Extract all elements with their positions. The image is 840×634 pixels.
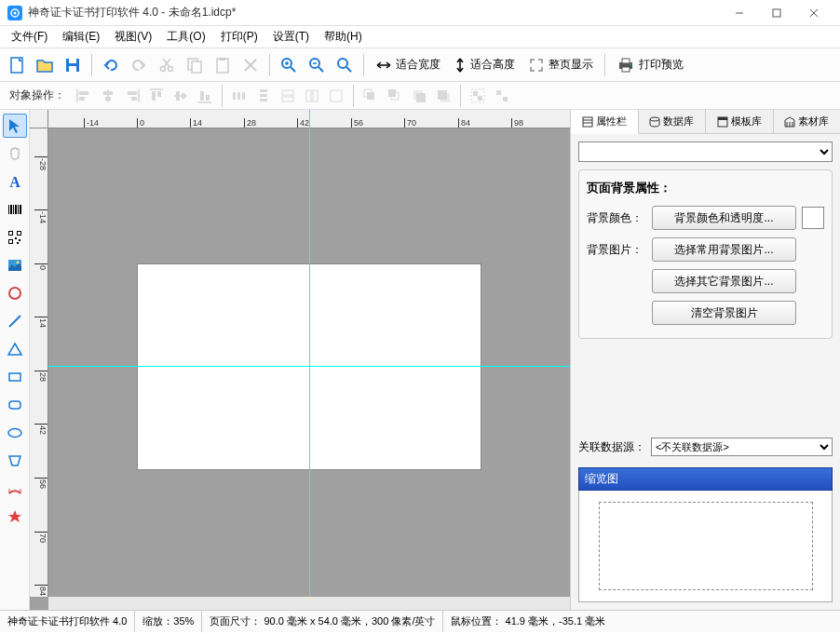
ruler-tick: 0 [137, 118, 144, 128]
cut-button[interactable] [154, 52, 180, 78]
menu-settings[interactable]: 设置(T) [265, 29, 317, 45]
svg-rect-63 [331, 90, 342, 101]
guide-horizontal[interactable] [48, 366, 570, 367]
menu-file[interactable]: 文件(F) [4, 29, 55, 45]
svg-rect-54 [237, 92, 240, 100]
bg-common-image-button[interactable]: 选择常用背景图片... [652, 237, 796, 262]
open-button[interactable] [32, 52, 58, 78]
same-height-icon [301, 85, 323, 107]
datasource-select[interactable]: <不关联数据源> [651, 438, 833, 456]
svg-line-21 [291, 67, 295, 72]
toolbar-separator [460, 85, 461, 107]
bg-clear-image-button[interactable]: 清空背景图片 [652, 301, 796, 325]
ruler-tick: 28 [244, 118, 256, 128]
paste-button[interactable] [210, 52, 236, 78]
minimize-button[interactable] [721, 2, 758, 24]
arrow-horizontal-icon [375, 59, 392, 72]
fit-width-button[interactable]: 适合宽度 [370, 52, 446, 78]
redo-button[interactable] [126, 52, 152, 78]
new-button[interactable] [4, 52, 30, 78]
library-icon [784, 116, 795, 128]
copy-button[interactable] [182, 52, 208, 78]
svg-rect-107 [718, 117, 727, 120]
group-icon [467, 85, 489, 107]
image-tool[interactable] [3, 253, 27, 277]
zoom-out-button[interactable] [304, 52, 330, 78]
app-icon [7, 6, 22, 20]
tab-templates[interactable]: 模板库 [706, 110, 774, 133]
ruler-tick: 84 [34, 585, 47, 596]
star-tool[interactable] [3, 505, 27, 529]
text-tool[interactable]: A [3, 169, 27, 194]
database-icon [649, 116, 660, 128]
tab-properties[interactable]: 属性栏 [571, 110, 639, 134]
qrcode-tool[interactable] [3, 225, 27, 250]
hand-tool[interactable] [3, 142, 27, 166]
toolbar-separator [353, 85, 354, 107]
svg-rect-64 [367, 92, 374, 100]
zoom-in-button[interactable] [276, 52, 302, 78]
barcode-tool[interactable] [3, 197, 27, 222]
menu-help[interactable]: 帮助(H) [317, 29, 370, 45]
svg-rect-91 [19, 239, 20, 241]
right-panel: 属性栏 数据库 模板库 素材库 页面背景属性： 背景颜色： 背景颜色和透明 [570, 110, 840, 610]
ellipse-tool[interactable] [3, 421, 27, 445]
triangle-tool[interactable] [3, 337, 27, 361]
toolbar-object: 对象操作： [0, 82, 840, 110]
ruler-vertical[interactable]: -28 -14 0 14 28 42 56 70 84 [30, 128, 48, 597]
svg-line-13 [163, 59, 169, 67]
menu-edit[interactable]: 编辑(E) [55, 29, 107, 45]
full-page-button[interactable]: 整页显示 [522, 52, 599, 78]
zoom-actual-button[interactable] [332, 52, 358, 78]
maximize-button[interactable] [758, 2, 795, 24]
scrollbar-horizontal[interactable] [48, 597, 570, 610]
select-tool[interactable] [3, 114, 27, 138]
ruler-tick: 70 [34, 532, 47, 543]
rounded-rect-tool[interactable] [3, 393, 27, 417]
svg-rect-73 [473, 91, 478, 96]
bg-color-button[interactable]: 背景颜色和透明度... [652, 206, 796, 230]
rectangle-tool[interactable] [3, 365, 27, 389]
svg-rect-3 [773, 9, 780, 17]
save-button[interactable] [60, 52, 86, 78]
fit-height-button[interactable]: 适合高度 [448, 52, 521, 78]
circle-tool[interactable] [3, 281, 27, 305]
svg-rect-8 [69, 59, 76, 63]
delete-button[interactable] [237, 52, 264, 78]
preview-thumbnail[interactable] [599, 502, 813, 590]
ruler-tick: -14 [84, 118, 99, 128]
ungroup-icon [491, 85, 513, 107]
tab-assets[interactable]: 素材库 [774, 110, 841, 133]
menu-print[interactable]: 打印(P) [213, 29, 265, 45]
fit-height-label: 适合高度 [470, 57, 515, 73]
status-zoom: 缩放：35% [135, 611, 202, 632]
svg-rect-90 [15, 237, 17, 239]
tab-database[interactable]: 数据库 [639, 110, 707, 133]
menu-tools[interactable]: 工具(O) [159, 29, 212, 45]
svg-rect-76 [503, 97, 508, 101]
arc-tool[interactable] [3, 477, 27, 501]
svg-rect-74 [478, 96, 482, 101]
distribute-v-icon [252, 85, 275, 107]
panel-tabs: 属性栏 数据库 模板库 素材库 [571, 110, 840, 134]
properties-icon [582, 116, 593, 128]
svg-rect-87 [18, 232, 20, 235]
close-button[interactable] [795, 2, 833, 24]
print-preview-button[interactable]: 打印预览 [611, 52, 689, 78]
bg-other-image-button[interactable]: 选择其它背景图片... [652, 269, 796, 293]
ruler-tick: 56 [34, 478, 47, 489]
bg-color-swatch[interactable] [802, 207, 824, 229]
polygon-tool[interactable] [3, 449, 27, 473]
menu-view[interactable]: 视图(V) [107, 29, 159, 45]
svg-rect-97 [9, 373, 20, 381]
undo-button[interactable] [98, 52, 124, 78]
line-tool[interactable] [3, 309, 27, 333]
guide-vertical[interactable] [309, 110, 310, 597]
svg-rect-102 [583, 117, 592, 127]
object-selector[interactable] [578, 142, 833, 162]
align-left-icon [73, 85, 95, 107]
section-title: 页面背景属性： [587, 180, 824, 196]
background-properties-section: 页面背景属性： 背景颜色： 背景颜色和透明度... 背景图片： 选择常用背景图片… [578, 169, 833, 339]
svg-rect-40 [105, 97, 111, 101]
svg-rect-9 [69, 66, 76, 72]
